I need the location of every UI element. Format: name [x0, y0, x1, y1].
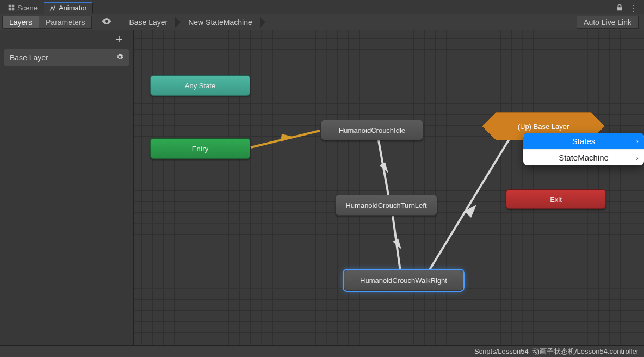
- parameters-label: Parameters: [46, 18, 85, 27]
- context-menu: States › StateMachine ›: [523, 133, 644, 165]
- svg-marker-9: [393, 238, 401, 249]
- window-tabbar: Scene Animator ⋮: [0, 0, 644, 14]
- chevron-right-icon: ›: [636, 137, 639, 145]
- svg-line-8: [393, 216, 400, 271]
- breadcrumb-0-label: Base Layer: [129, 18, 168, 27]
- gear-icon[interactable]: [116, 53, 123, 62]
- auto-live-link-button[interactable]: Auto Live Link: [577, 16, 639, 29]
- breadcrumbs: Base Layer New StateMachine: [117, 14, 261, 30]
- breadcrumb-1-label: New StateMachine: [188, 18, 252, 27]
- layer-item-base[interactable]: Base Layer: [4, 49, 129, 66]
- context-menu-statemachine[interactable]: StateMachine ›: [523, 149, 644, 165]
- svg-line-10: [428, 139, 509, 273]
- breadcrumb-0[interactable]: Base Layer: [117, 15, 176, 29]
- status-bar: Scripts/Lesson54_动画子状态机/Lesson54.control…: [0, 345, 644, 357]
- node-entry[interactable]: Entry: [150, 138, 250, 159]
- eye-icon[interactable]: [102, 17, 112, 27]
- lock-icon[interactable]: [616, 4, 623, 14]
- chevron-right-icon: ›: [636, 153, 639, 162]
- asset-path: Scripts/Lesson54_动画子状态机/Lesson54.control…: [474, 347, 639, 356]
- animator-icon: [49, 5, 56, 11]
- svg-marker-11: [465, 205, 476, 218]
- node-any-state[interactable]: Any State: [150, 75, 250, 96]
- tab-scene-label: Scene: [17, 4, 38, 12]
- node-walkright-label: HumanoidCrouchWalkRight: [360, 276, 447, 285]
- node-entry-label: Entry: [192, 145, 208, 153]
- node-any-state-label: Any State: [185, 82, 215, 90]
- svg-line-6: [379, 140, 388, 195]
- animator-toolbar: Layers Parameters Base Layer New StateMa…: [0, 14, 644, 30]
- node-idle-label: HumanoidCrouchIdle: [339, 126, 405, 134]
- layers-tab[interactable]: Layers: [2, 16, 39, 29]
- layers-label: Layers: [9, 18, 32, 27]
- context-menu-states[interactable]: States ›: [523, 133, 644, 149]
- context-menu-states-label: States: [572, 137, 596, 146]
- svg-rect-1: [12, 5, 15, 8]
- node-exit-label: Exit: [550, 195, 562, 204]
- auto-live-link-label: Auto Live Link: [584, 18, 631, 27]
- svg-marker-5: [281, 134, 293, 142]
- svg-rect-0: [9, 5, 11, 8]
- graph-canvas[interactable]: Any State Entry HumanoidCrouchIdle Human…: [134, 30, 644, 345]
- node-humanoid-crouch-turnleft[interactable]: HumanoidCrouchTurnLeft: [335, 195, 437, 216]
- breadcrumb-1[interactable]: New StateMachine: [176, 15, 261, 29]
- add-layer-button[interactable]: ＋: [114, 32, 125, 46]
- node-humanoid-crouch-idle[interactable]: HumanoidCrouchIdle: [321, 120, 423, 140]
- svg-rect-3: [12, 8, 15, 11]
- kebab-menu-icon[interactable]: ⋮: [629, 3, 637, 14]
- layer-item-label: Base Layer: [10, 53, 48, 62]
- parameters-tab[interactable]: Parameters: [39, 16, 92, 29]
- tab-animator-label: Animator: [59, 4, 87, 12]
- node-exit[interactable]: Exit: [506, 189, 606, 209]
- svg-rect-2: [9, 8, 11, 11]
- context-menu-statemachine-label: StateMachine: [559, 153, 609, 162]
- node-humanoid-crouch-walkright[interactable]: HumanoidCrouchWalkRight: [344, 270, 463, 291]
- node-up-base-layer-label: (Up) Base Layer: [518, 122, 569, 131]
- tab-animator[interactable]: Animator: [44, 2, 93, 14]
- scene-icon: [8, 4, 15, 11]
- svg-marker-7: [380, 162, 388, 173]
- node-turnleft-label: HumanoidCrouchTurnLeft: [345, 201, 426, 210]
- layers-sidebar: ＋ Base Layer: [0, 30, 134, 345]
- tab-scene[interactable]: Scene: [2, 2, 44, 14]
- svg-line-4: [251, 131, 320, 147]
